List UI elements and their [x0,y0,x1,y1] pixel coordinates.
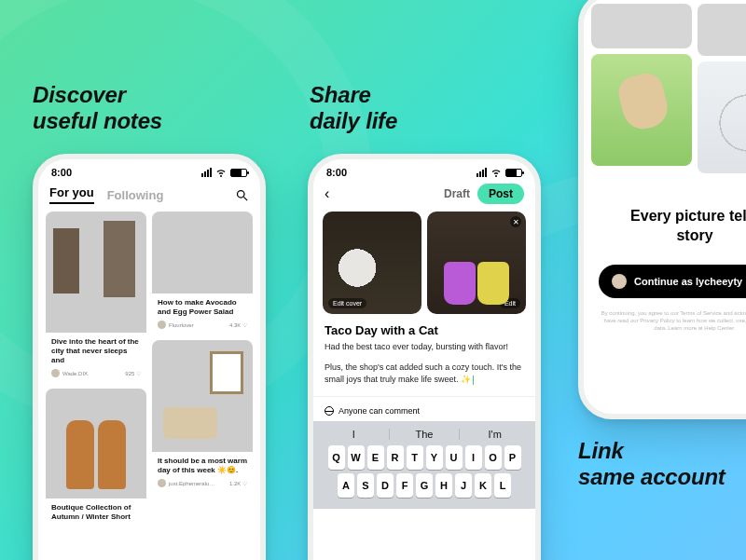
signal-icon [477,168,487,177]
status-indicators [477,167,522,178]
headline-share: Share daily life [310,82,397,133]
tab-for-you[interactable]: For you [49,185,94,204]
keyboard: I The I'm QWERTYUIOP ASDFGHJKL [313,421,535,509]
status-bar: 8:00 [313,159,535,180]
key-h[interactable]: H [435,473,452,498]
card-image [152,340,253,452]
key-i[interactable]: I [465,445,482,470]
suggestion[interactable]: I'm [460,429,530,440]
card-boots[interactable]: Boutique Collection of Autumn / Winter S… [46,389,146,527]
fine-print: By continuing, you agree to our Terms of… [584,302,746,340]
key-q[interactable]: Q [328,445,345,470]
text: Every picture tells [630,208,746,224]
card-room[interactable]: It should be a most warm day of this wee… [152,340,253,493]
tab-following[interactable]: Following [107,188,164,202]
svg-point-0 [238,190,245,198]
svg-line-1 [243,197,247,200]
key-row-2: ASDFGHJKL [315,473,533,498]
avatar [612,274,627,289]
card-salad[interactable]: How to make Avocado and Egg Power Salad … [152,212,253,335]
card-image [152,212,253,294]
body-line: Had the best taco ever today, bursting w… [325,341,524,354]
key-r[interactable]: R [387,445,404,470]
card-likes: 4.3K ♡ [229,321,247,328]
suggestion[interactable]: The [390,429,461,440]
card-author: Wade.DIX [62,371,88,376]
card-title: How to make Avocado and Egg Power Salad [158,298,247,317]
permission-row[interactable]: Anyone can comment [313,396,535,421]
card-author: just.Ephemeralu… [169,481,214,486]
key-a[interactable]: A [338,473,354,498]
key-y[interactable]: Y [426,445,443,470]
cover-image-1[interactable]: Edit cover [323,212,421,314]
feed-tabs: For you Following [38,180,260,212]
battery-icon [505,169,522,177]
text: story [676,227,712,243]
status-indicators [201,167,247,178]
key-t[interactable]: T [407,445,423,470]
post-button[interactable]: Post [477,184,524,204]
compose-body[interactable]: Had the best taco ever today, bursting w… [313,341,535,387]
card-image [46,389,146,499]
edit-tag[interactable]: Edit [500,298,520,308]
text-cursor [473,376,474,385]
key-g[interactable]: G [416,473,433,498]
edit-cover-tag[interactable]: Edit cover [328,298,366,308]
phone-discover: 8:00 For you Following Dive into the hea… [33,154,266,560]
sparkle-icon: ✨ [461,375,471,384]
text: Link [578,438,624,463]
key-e[interactable]: E [367,445,384,470]
wifi-icon [215,167,227,178]
draft-button[interactable]: Draft [444,187,470,200]
key-u[interactable]: U [446,445,463,470]
clock: 8:00 [326,167,347,178]
signal-icon [201,168,212,177]
card-author: Flourlover [169,322,194,328]
card-title: It should be a most warm day of this wee… [158,457,247,475]
card-image [46,212,146,333]
suggestion[interactable]: I [319,429,390,440]
text: Share [310,82,371,107]
back-button[interactable]: ‹ [325,185,329,202]
phone-compose: 8:00 ‹ Draft Post Edit cover ✕ Edit Taco… [308,154,541,560]
card-city[interactable]: Dive into the heart of the city that nev… [46,212,146,383]
wifi-icon [490,167,502,178]
key-row-1: QWERTYUIOP [315,445,533,470]
remove-image-icon[interactable]: ✕ [510,216,521,227]
feed-col-left: Dive into the heart of the city that nev… [46,212,146,527]
cover-image-2[interactable]: ✕ Edit [427,212,526,314]
key-o[interactable]: O [485,445,502,470]
phone-onboarding: Every picture tells story Continue as ly… [578,0,746,419]
clock: 8:00 [51,167,72,178]
text: useful notes [33,108,162,133]
card-title: Dive into the heart of the city that nev… [51,337,141,365]
headline-link: Link same account [578,438,725,489]
text: daily life [310,108,397,133]
tile-dog [591,54,692,166]
cta-username: lycheeyty [696,276,742,287]
feed-col-right: How to make Avocado and Egg Power Salad … [152,212,253,527]
key-w[interactable]: W [348,445,365,470]
card-likes: 1.2K ♡ [229,480,247,486]
search-icon[interactable] [235,188,249,202]
key-d[interactable]: D [377,473,394,498]
continue-as-button[interactable]: Continue as lycheeyty [599,265,746,298]
cover-row: Edit cover ✕ Edit [313,212,535,314]
tile [591,4,692,48]
text: Discover [33,82,126,107]
cta-prefix: Continue as [634,276,696,287]
key-k[interactable]: K [475,473,491,498]
compose-title[interactable]: Taco Day with a Cat [313,314,535,341]
key-l[interactable]: L [494,473,511,498]
key-s[interactable]: S [357,473,374,498]
avatar [158,321,166,329]
key-j[interactable]: J [455,473,472,498]
avatar [158,479,166,487]
feed-grid: Dive into the heart of the city that nev… [38,212,260,527]
permission-label: Anyone can comment [338,406,420,416]
avatar [51,369,60,377]
card-title: Boutique Collection of Autumn / Winter S… [51,503,141,522]
body-line: Plus, the shop's cat added such a cozy t… [325,362,521,385]
key-p[interactable]: P [504,445,521,470]
key-f[interactable]: F [396,473,413,498]
